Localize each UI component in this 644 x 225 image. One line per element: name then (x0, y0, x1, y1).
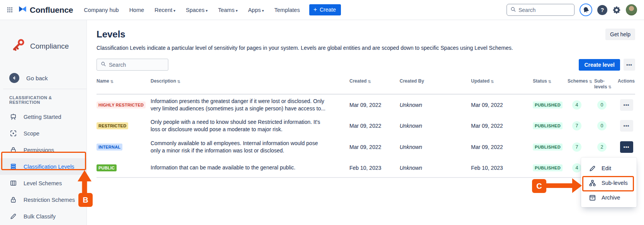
hierarchy-icon (588, 179, 596, 187)
column-header-schemes[interactable]: Schemes⇅ (568, 78, 586, 90)
chevron-down-icon: ▾ (173, 8, 175, 13)
table-row: HIGHLY RESTRICTED Information presents t… (97, 95, 635, 115)
confluence-logo[interactable]: Confluence (18, 5, 73, 15)
primary-nav: Company hub Home Recent▾ Spaces▾ Teams▾ … (84, 7, 300, 13)
padlock-icon (9, 196, 17, 203)
chevron-down-icon: ▾ (206, 8, 208, 13)
row-actions-context-menu: Edit Sub-levels Archive (581, 157, 637, 207)
app-switcher-icon[interactable] (5, 5, 14, 14)
column-header-created[interactable]: Created⇅ (349, 78, 400, 90)
global-search-input[interactable] (519, 7, 565, 13)
level-name-badge[interactable]: INTERNAL (97, 144, 122, 151)
stacked-levels-icon (9, 163, 17, 170)
updated-date: Mar 09, 2022 (471, 102, 533, 108)
sidebar-item-permissions[interactable]: Permissions (0, 142, 86, 158)
sidebar-nav-list: Getting Started Scope Permissions (0, 108, 86, 225)
go-back-button[interactable]: Go back (0, 71, 86, 85)
user-avatar[interactable] (626, 4, 637, 15)
menu-item-sub-levels[interactable]: Sub-levels (581, 176, 637, 190)
created-by: Unknown (400, 165, 471, 171)
search-icon (510, 6, 516, 14)
levels-table: Name⇅ Description⇅ Created⇅ Created By U… (97, 75, 635, 178)
nav-item-templates[interactable]: Templates (275, 7, 300, 13)
column-header-created-by: Created By (400, 78, 471, 90)
archive-icon (588, 194, 596, 201)
confluence-logo-icon (18, 5, 27, 15)
menu-item-edit[interactable]: Edit (581, 161, 637, 176)
row-actions-button-active[interactable]: ••• (620, 141, 633, 153)
sidebar-item-scope[interactable]: Scope (0, 125, 86, 142)
levels-search-input[interactable] (109, 62, 163, 68)
updated-date: Mar 09, 2022 (471, 144, 533, 150)
created-date: Mar 09, 2022 (349, 123, 400, 129)
key-icon (9, 37, 26, 56)
nav-item-company-hub[interactable]: Company hub (84, 7, 119, 13)
schemes-count: 7 (572, 121, 581, 130)
level-name-badge[interactable]: PUBLIC (97, 164, 117, 171)
sort-icon: ⇅ (491, 79, 494, 85)
settings-gear-icon[interactable] (612, 6, 621, 14)
global-search[interactable] (507, 4, 575, 16)
created-by: Unknown (400, 123, 471, 129)
created-by: Unknown (400, 102, 471, 108)
status-badge: PUBLISHED (533, 164, 563, 171)
level-name-badge[interactable]: HIGHLY RESTRICTED (97, 102, 146, 108)
sub-levels-count: 0 (597, 100, 607, 110)
nav-item-home[interactable]: Home (129, 7, 144, 13)
search-icon (100, 61, 106, 68)
menu-item-archive[interactable]: Archive (581, 190, 637, 205)
updated-date: Mar 09, 2022 (471, 123, 533, 129)
sidebar-item-getting-started[interactable]: Getting Started (0, 108, 86, 125)
row-actions-button[interactable]: ••• (620, 99, 633, 111)
nav-item-spaces[interactable]: Spaces▾ (186, 7, 207, 13)
lock-icon (9, 146, 17, 154)
sidebar-section-title: CLASSIFICATION & RESTRICTION (0, 95, 86, 105)
level-description: Only people with a need to know should s… (151, 118, 349, 133)
sidebar-item-restriction-schemes[interactable]: Restriction Schemes (0, 191, 86, 208)
nav-item-recent[interactable]: Recent▾ (154, 7, 175, 13)
nav-item-apps[interactable]: Apps▾ (248, 7, 264, 13)
notifications-bell-icon[interactable] (580, 3, 592, 16)
create-button[interactable]: + Create (309, 4, 341, 15)
row-actions-button[interactable]: ••• (620, 120, 633, 132)
table-row: INTERNAL Commonly available to all emplo… (97, 136, 635, 158)
nav-item-teams[interactable]: Teams▾ (218, 7, 238, 13)
sidebar-item-level-schemes[interactable]: Level Schemes (0, 175, 86, 191)
schemes-count: 4 (572, 163, 581, 173)
create-level-button[interactable]: Create level (579, 59, 620, 71)
column-header-description[interactable]: Description⇅ (151, 78, 349, 90)
level-name-badge[interactable]: RESTRICTED (97, 122, 128, 129)
column-header-status[interactable]: Status⇅ (533, 78, 568, 90)
page-title: Levels (97, 29, 125, 40)
column-header-actions: Actions (618, 78, 635, 90)
sort-icon: ⇅ (177, 79, 180, 85)
sidebar-item-classification-levels[interactable]: Classification Levels (0, 158, 86, 175)
pencil-icon (588, 165, 596, 172)
created-date: Mar 09, 2022 (349, 102, 400, 108)
compliance-app-name: Compliance (30, 42, 69, 51)
product-name: Confluence (30, 5, 73, 15)
chevron-down-icon: ▾ (262, 8, 264, 13)
schemes-count: 7 (572, 142, 581, 152)
main-content: Levels Get help Classification Levels in… (87, 20, 644, 225)
chevron-down-icon: ▾ (236, 8, 237, 13)
column-header-updated[interactable]: Updated⇅ (471, 78, 533, 90)
column-header-name[interactable]: Name⇅ (97, 78, 151, 90)
created-date: Feb 10, 2023 (349, 165, 400, 171)
table-header-row: Name⇅ Description⇅ Created⇅ Created By U… (97, 75, 635, 95)
levels-search[interactable] (97, 59, 168, 71)
get-help-button[interactable]: Get help (605, 29, 635, 40)
page-description: Classification Levels indicate a particu… (97, 44, 635, 52)
created-by: Unknown (400, 144, 471, 150)
more-actions-button[interactable]: ••• (624, 59, 635, 71)
column-header-sub-levels[interactable]: Sub-levels⇅ (586, 78, 618, 90)
status-badge: PUBLISHED (533, 144, 563, 151)
updated-date: Feb 10, 2023 (471, 165, 533, 171)
sidebar-item-bulk-classify[interactable]: Bulk Classify (0, 208, 86, 225)
compliance-sidebar: Compliance Go back CLASSIFICATION & REST… (0, 20, 87, 225)
help-icon[interactable]: ? (597, 5, 607, 15)
level-description: Information that can be made available t… (151, 164, 349, 171)
scope-icon (9, 130, 17, 137)
plus-icon: + (314, 7, 317, 12)
columns-icon (9, 179, 17, 187)
